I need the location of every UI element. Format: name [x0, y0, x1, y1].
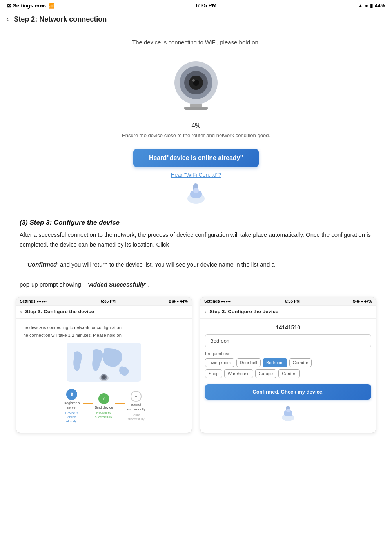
progress-percent: 4% [16, 122, 376, 129]
step-circle-1: ⇧ [66, 389, 77, 400]
svg-point-19 [286, 409, 290, 412]
right-status-right: ⊕ ◉ ♦ 44% [352, 299, 372, 303]
left-phone-status: Settings ●●●●○ 6:35 PM ⊕ ◉ ♦ 44% [16, 297, 192, 306]
freq-use-label: Frequent use [205, 351, 371, 356]
left-back-button[interactable]: ‹ [20, 308, 22, 315]
right-phone-nav: ‹ Step 3: Configure the device [200, 306, 376, 319]
finger-pointer [16, 180, 376, 207]
phones-row: Settings ●●●●○ 6:35 PM ⊕ ◉ ♦ 44% ‹ Step … [16, 297, 376, 434]
page-title: Step 2: Network connection [14, 15, 107, 24]
device-id: 14141510 [205, 324, 371, 331]
gps-icon: ▲ [358, 3, 363, 9]
wifi-icon: 📶 [48, 3, 54, 9]
step3-body1: After a successful connection to the net… [20, 231, 371, 248]
left-phone-title: Step 3: Configure the device [25, 309, 94, 314]
svg-point-15 [102, 375, 106, 379]
world-map [21, 343, 187, 382]
step-node-1: ⇧ Register a server Device is online alr… [62, 389, 82, 424]
heard-device-button[interactable]: Heard"device is online already" [133, 149, 259, 167]
svg-point-11 [193, 188, 199, 193]
carrier-icon: ⊠ [7, 3, 11, 9]
nav-bar: ‹ Step 2: Network connection [0, 11, 392, 29]
step3-description: (3) Step 3: Configure the device After a… [16, 219, 376, 290]
step-status-3: Bound successfully [126, 413, 146, 421]
back-button[interactable]: ‹ [6, 14, 9, 24]
status-right: ▲ ● ▮ 44% [358, 3, 385, 9]
confirmed-check-device-button[interactable]: Confirmed. Check my device. [205, 384, 371, 400]
tag-shop[interactable]: Shop [205, 369, 222, 378]
step-circle-3: ● [131, 391, 142, 402]
right-status-carrier: Settings ●●●●○ [204, 299, 232, 303]
battery-percent: 44% [375, 3, 385, 9]
status-bar: ⊠ Settings ●●●●○ 📶 6:35 PM ▲ ● ▮ 44% [0, 0, 392, 11]
step3-highlight2: 'Added Successfully' [87, 281, 146, 288]
step-label-1: Register a server [62, 401, 82, 410]
wifi-connecting-text: The device is connecting to WiFi, please… [16, 39, 376, 45]
svg-rect-7 [184, 107, 208, 110]
camera-illustration [16, 53, 376, 116]
main-content: The device is connecting to WiFi, please… [0, 29, 392, 443]
step-label-2: Bind device [95, 405, 113, 410]
right-phone-screen: Settings ●●●●○ 6:35 PM ⊕ ◉ ♦ 44% ‹ Step … [200, 297, 376, 434]
svg-point-5 [192, 79, 195, 82]
right-phone-title: Step 3: Configure the device [209, 309, 278, 314]
battery-icon: ▮ [370, 3, 373, 9]
confirm-btn-wrap: Confirmed. Check my device. [205, 384, 371, 422]
progress-hint: Ensure the device close to the router an… [16, 132, 376, 140]
step3-body2: and you will return to the device list. … [60, 261, 275, 268]
step-status-2: Registered successfully. [94, 411, 114, 419]
sync-icon: ● [365, 3, 368, 9]
status-time: 6:35 PM [196, 2, 216, 9]
left-phone-nav: ‹ Step 3: Configure the device [16, 306, 192, 319]
right-phone-content: 14141510 Bedroom Frequent use Living roo… [200, 319, 376, 428]
left-line1: The device is connecting to network for … [21, 324, 187, 331]
left-phone-content: The device is connecting to network for … [16, 319, 192, 433]
tag-row-1: Living room Door bell Bedroom Corridor [205, 358, 371, 367]
step-circle-2: ✓ [98, 393, 109, 404]
step-label-3: Bound successfully [126, 403, 146, 412]
right-status-time: 6:35 PM [285, 299, 300, 303]
left-status-right: ⊕ ◉ ♦ 44% [168, 299, 188, 303]
step-node-3: ● Bound successfully Bound successfully [126, 391, 146, 421]
tag-garden[interactable]: Garden [278, 369, 300, 378]
tag-row-2: Shop Warehouse Garage Garden [205, 369, 371, 378]
left-status-time: 6:35 PM [101, 299, 116, 303]
left-line2: The connection will take 1-2 minutes. Pl… [21, 332, 187, 339]
step-connector-1 [83, 403, 93, 404]
step-connector-2 [115, 403, 125, 404]
tag-corridor[interactable]: Corridor [289, 358, 312, 367]
tag-warehouse[interactable]: Warehouse [224, 369, 253, 378]
right-finger-pointer [278, 403, 298, 422]
carrier-name: Settings [13, 3, 33, 9]
tag-bedroom[interactable]: Bedroom [263, 358, 287, 367]
tag-garage[interactable]: Garage [255, 369, 277, 378]
status-left: ⊠ Settings ●●●●○ 📶 [7, 3, 54, 9]
step3-body3: pop-up prompt showing [20, 281, 81, 288]
step3-highlight1: 'Confirmed' [26, 261, 58, 268]
left-phone-screen: Settings ●●●●○ 6:35 PM ⊕ ◉ ♦ 44% ‹ Step … [16, 297, 192, 434]
progress-steps: ⇧ Register a server Device is online alr… [21, 385, 187, 428]
hear-wifi-link[interactable]: Hear "WiFi Con...d"? [16, 172, 376, 178]
step-status-1: Device is online already. [62, 411, 82, 423]
right-phone-status: Settings ●●●●○ 6:35 PM ⊕ ◉ ♦ 44% [200, 297, 376, 306]
step3-body: After a successful connection to the net… [20, 230, 372, 290]
signal-dots: ●●●●○ [34, 4, 46, 8]
tag-door-bell[interactable]: Door bell [236, 358, 261, 367]
step3-title: (3) Step 3: Configure the device [20, 219, 372, 227]
right-back-button[interactable]: ‹ [204, 308, 206, 315]
device-name-input[interactable]: Bedroom [205, 334, 371, 347]
left-status-carrier: Settings ●●●●○ [20, 299, 48, 303]
step3-period: . [148, 281, 149, 288]
step-node-2: ✓ Bind device Registered successfully. [94, 393, 114, 419]
tag-living-room[interactable]: Living room [205, 358, 234, 367]
